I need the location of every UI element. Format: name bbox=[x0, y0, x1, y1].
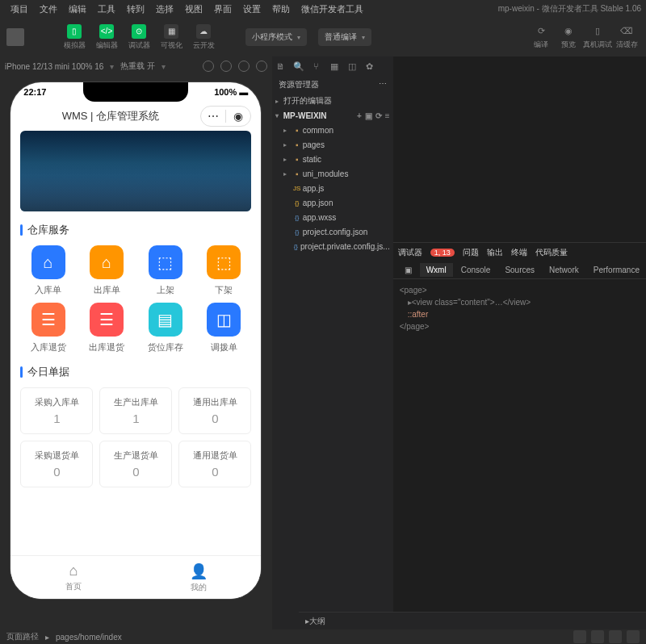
cloud-button[interactable]: ☁云开发 bbox=[189, 21, 218, 53]
sim-action-icon[interactable] bbox=[220, 61, 232, 72]
sim-action-icon[interactable] bbox=[203, 61, 214, 72]
menu-view[interactable]: 视图 bbox=[179, 3, 208, 15]
page-path[interactable]: pages/home/index bbox=[56, 633, 122, 642]
error-badge[interactable]: 1, 13 bbox=[430, 249, 455, 257]
service-item[interactable]: ▤ 货位库存 bbox=[137, 303, 193, 353]
project-header[interactable]: ▾MP-WEIXIN +▣⟳≡ bbox=[272, 108, 393, 123]
folder-item[interactable]: ▸▪common bbox=[272, 123, 393, 137]
sim-action-icon[interactable] bbox=[238, 61, 250, 72]
device-select[interactable]: iPhone 12/13 mini 100% 16 bbox=[5, 62, 103, 71]
file-item[interactable]: {}app.wxss bbox=[272, 210, 393, 224]
file-item[interactable]: {}app.json bbox=[272, 195, 393, 210]
capsule-close-icon[interactable]: ◉ bbox=[226, 110, 250, 123]
bug-icon: ⊙ bbox=[132, 24, 146, 39]
simulator-button[interactable]: ▯模拟器 bbox=[60, 21, 89, 53]
service-item[interactable]: ⬚ 下架 bbox=[196, 245, 252, 296]
tab-home[interactable]: ⌂首页 bbox=[10, 556, 136, 599]
debugger-button[interactable]: ⊙调试器 bbox=[124, 21, 153, 53]
menu-devtools[interactable]: 微信开发者工具 bbox=[296, 3, 369, 15]
menu-file[interactable]: 文件 bbox=[34, 3, 63, 15]
compile-button[interactable]: ⟳编译 bbox=[528, 25, 554, 50]
stat-card[interactable]: 采购入库单 1 bbox=[20, 387, 93, 434]
stat-value: 0 bbox=[182, 412, 247, 425]
capsule-more-icon[interactable]: ⋯ bbox=[201, 110, 225, 123]
dbg-tab[interactable]: 代码质量 bbox=[535, 247, 568, 258]
devtools-tab-console[interactable]: Console bbox=[455, 263, 497, 277]
devtools-tab-performance[interactable]: Performance bbox=[587, 263, 646, 277]
visual-button[interactable]: ▦可视化 bbox=[157, 21, 186, 53]
eye-icon: ◉ bbox=[562, 25, 575, 38]
banner-image[interactable] bbox=[20, 131, 251, 211]
stat-card[interactable]: 采购退货单 0 bbox=[20, 441, 93, 487]
avatar[interactable] bbox=[6, 28, 24, 46]
devtools-tab-sources[interactable]: Sources bbox=[498, 263, 541, 277]
editor-button[interactable]: </>编辑器 bbox=[92, 21, 121, 53]
new-folder-icon[interactable]: ▣ bbox=[365, 111, 372, 120]
folder-item[interactable]: ▸▪pages bbox=[272, 137, 393, 152]
outline-header[interactable]: ▸ 大纲 bbox=[299, 612, 646, 629]
devtools-tab-wxml[interactable]: Wxml bbox=[420, 263, 453, 277]
hot-reload-toggle[interactable]: 热重载 开 bbox=[120, 61, 155, 72]
dbg-tab[interactable]: 输出 bbox=[487, 247, 503, 258]
ext-tab-icon[interactable]: ◫ bbox=[346, 61, 358, 72]
tab-mine[interactable]: 👤我的 bbox=[136, 556, 261, 599]
folder-item[interactable]: ▸▪uni_modules bbox=[272, 166, 393, 181]
stat-card[interactable]: 生产退货单 0 bbox=[99, 441, 172, 487]
service-item[interactable]: ☰ 入库退货 bbox=[20, 303, 76, 353]
footer-icon[interactable] bbox=[573, 630, 586, 643]
service-item[interactable]: ⌂ 入库单 bbox=[20, 245, 76, 296]
dom-tree[interactable]: <page> ▸<view class="content">…</view> :… bbox=[393, 279, 646, 337]
stat-card[interactable]: 生产出库单 1 bbox=[99, 387, 172, 434]
menu-edit[interactable]: 编辑 bbox=[63, 3, 92, 15]
file-item[interactable]: {}project.private.config.js... bbox=[272, 239, 393, 253]
folder-item[interactable]: ▸▪static bbox=[272, 152, 393, 166]
wechat-tab-icon[interactable]: ✿ bbox=[364, 61, 375, 72]
open-editors-header[interactable]: ▸打开的编辑器 bbox=[272, 94, 393, 108]
devtools-elements-icon[interactable]: ▣ bbox=[398, 263, 418, 277]
ext-tab-icon[interactable]: ▦ bbox=[329, 61, 340, 72]
preview-button[interactable]: ◉预览 bbox=[556, 25, 581, 50]
clearcache-button[interactable]: ⌫清缓存 bbox=[614, 25, 640, 50]
files-tab-icon[interactable]: 🗎 bbox=[275, 61, 287, 72]
service-item[interactable]: ⌂ 出库单 bbox=[79, 245, 135, 296]
search-tab-icon[interactable]: 🔍 bbox=[293, 61, 304, 72]
service-icon: ☰ bbox=[31, 303, 65, 337]
menu-goto[interactable]: 转到 bbox=[121, 3, 150, 15]
service-label: 出库单 bbox=[94, 284, 120, 296]
service-icon: ☰ bbox=[90, 303, 124, 337]
devtools-tab-network[interactable]: Network bbox=[543, 263, 585, 277]
ellipsis-icon[interactable]: ⋯ bbox=[379, 79, 387, 90]
menu-help[interactable]: 帮助 bbox=[266, 3, 296, 15]
realdev-button[interactable]: ▯真机调试 bbox=[583, 25, 612, 50]
menu-bar: 项目 文件 编辑 工具 转到 选择 视图 界面 设置 帮助 微信开发者工具 mp… bbox=[0, 0, 646, 18]
footer-icon[interactable] bbox=[609, 630, 622, 643]
service-label: 下架 bbox=[215, 284, 233, 296]
dbg-tab[interactable]: 问题 bbox=[463, 247, 479, 258]
menu-ui[interactable]: 界面 bbox=[208, 3, 237, 15]
stat-card[interactable]: 通用出库单 0 bbox=[178, 387, 251, 434]
footer-icon[interactable] bbox=[591, 630, 604, 643]
mode-select[interactable]: 小程序模式▾ bbox=[245, 28, 307, 46]
sim-action-icon[interactable] bbox=[256, 61, 267, 72]
service-item[interactable]: ☰ 出库退货 bbox=[79, 303, 135, 353]
git-tab-icon[interactable]: ⑂ bbox=[311, 61, 322, 72]
stat-title: 采购入库单 bbox=[24, 396, 89, 408]
menu-project[interactable]: 项目 bbox=[5, 3, 34, 15]
footer-icon[interactable] bbox=[627, 630, 640, 643]
play-icon: ⟳ bbox=[535, 25, 547, 38]
menu-settings[interactable]: 设置 bbox=[237, 3, 266, 15]
menu-select[interactable]: 选择 bbox=[150, 3, 179, 15]
new-file-icon[interactable]: + bbox=[357, 111, 362, 120]
file-item[interactable]: JSapp.js bbox=[272, 181, 393, 195]
debugger-label: 调试器 bbox=[398, 247, 422, 258]
chevron-down-icon: ▾ bbox=[362, 34, 365, 41]
menu-tools[interactable]: 工具 bbox=[92, 3, 121, 15]
refresh-icon[interactable]: ⟳ bbox=[375, 111, 382, 120]
service-item[interactable]: ◫ 调拨单 bbox=[196, 303, 252, 353]
service-item[interactable]: ⬚ 上架 bbox=[137, 245, 193, 296]
dbg-tab[interactable]: 终端 bbox=[511, 247, 527, 258]
file-item[interactable]: {}project.config.json bbox=[272, 224, 393, 239]
stat-card[interactable]: 通用退货单 0 bbox=[178, 441, 251, 487]
compile-mode-select[interactable]: 普通编译▾ bbox=[318, 28, 371, 46]
collapse-icon[interactable]: ≡ bbox=[385, 111, 390, 120]
